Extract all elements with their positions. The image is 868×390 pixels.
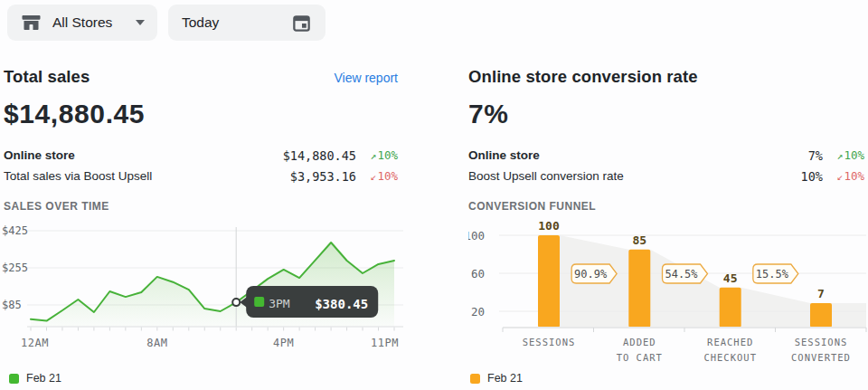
funnel-bar <box>720 288 741 328</box>
x-axis-label: SESSIONS <box>795 337 848 347</box>
bar-value-label: 7 <box>817 287 825 300</box>
metric-delta: ↙10% <box>823 169 864 183</box>
legend-swatch-green <box>9 374 19 384</box>
date-selector-label: Today <box>182 14 219 31</box>
conversion-badge-label: 90.9% <box>574 268 608 281</box>
metric-value: 10% <box>801 169 823 184</box>
delta-percent: 10% <box>377 169 398 183</box>
x-axis-label: ADDED <box>623 337 656 347</box>
sales-line-chart[interactable]: $425$255$8512AM8AM4PM11PM3PM$380.45 <box>0 217 416 362</box>
conversion-rate-value: 7% <box>468 99 864 129</box>
metric-row-boost-upsell: Total sales via Boost Upsell $3,953.16 ↙… <box>4 166 398 186</box>
metric-row-online-store: Online store $14,880.45 ↗10% <box>4 145 398 166</box>
total-sales-value: $14,880.45 <box>4 99 398 129</box>
x-axis-label: 11PM <box>371 337 399 349</box>
funnel-chart-legend: Feb 21 <box>470 372 523 385</box>
trend-up-icon: ↗ <box>836 149 843 162</box>
metric-value: $14,880.45 <box>283 148 356 163</box>
x-axis-label: CONVERTED <box>791 352 851 363</box>
tooltip-value: $380.45 <box>315 297 368 311</box>
metric-value: 7% <box>808 148 823 163</box>
conversion-badge-label: 15.5% <box>756 268 789 281</box>
chevron-down-icon <box>136 20 145 25</box>
total-sales-title: Total sales <box>4 67 90 87</box>
funnel-bar <box>810 303 832 328</box>
metric-label: Boost Upsell conversion rate <box>468 169 801 183</box>
calendar-icon <box>291 13 312 33</box>
store-selector-button[interactable]: All Stores <box>7 5 157 41</box>
metric-row-boost-upsell: Boost Upsell conversion rate 10% ↙10% <box>468 166 864 186</box>
x-axis-label: SESSIONS <box>523 337 576 347</box>
trend-down-icon: ↙ <box>370 170 376 183</box>
total-sales-header: Total sales View report <box>4 67 398 87</box>
sales-chart-legend: Feb 21 <box>9 372 61 385</box>
tooltip-series-swatch <box>254 297 264 307</box>
bar-value-label: 85 <box>632 233 646 247</box>
metric-delta: ↗10% <box>356 148 398 162</box>
metric-label: Total sales via Boost Upsell <box>4 169 290 183</box>
delta-percent: 10% <box>377 148 398 162</box>
view-report-link[interactable]: View report <box>334 71 398 85</box>
conversion-badge-label: 54.5% <box>665 268 698 281</box>
metric-label: Online store <box>468 148 808 162</box>
conversion-rate-card: Online store conversion rate 7% Online s… <box>468 67 864 186</box>
funnel-bar <box>628 250 650 328</box>
metric-delta: ↗10% <box>823 148 864 162</box>
y-axis-label: 60 <box>471 267 485 281</box>
total-sales-breakdown: Online store $14,880.45 ↗10% Total sales… <box>4 145 398 186</box>
x-axis-label: TO CART <box>617 352 663 363</box>
x-axis-label: CHECKOUT <box>703 352 757 363</box>
conversion-rate-header: Online store conversion rate <box>468 67 864 87</box>
y-axis-label: $255 <box>2 262 28 274</box>
legend-label: Feb 21 <box>487 372 523 385</box>
delta-percent: 10% <box>844 148 864 162</box>
metric-row-online-store: Online store 7% ↗10% <box>468 145 864 166</box>
x-axis-label: REACHED <box>707 337 753 347</box>
y-axis-label: 100 <box>468 229 485 243</box>
tooltip-time: 3PM <box>269 297 290 310</box>
date-selector-button[interactable]: Today <box>168 5 326 41</box>
hover-marker <box>232 299 240 306</box>
metric-label: Online store <box>4 148 283 162</box>
chart-tooltip: 3PM$380.45 <box>240 286 378 318</box>
conversion-rate-breakdown: Online store 7% ↗10% Boost Upsell conver… <box>468 145 864 186</box>
y-axis-label: $425 <box>2 224 28 237</box>
legend-label: Feb 21 <box>26 372 61 385</box>
store-selector-label: All Stores <box>52 14 112 31</box>
x-axis-label: 4PM <box>273 337 294 349</box>
y-axis-label: 20 <box>471 305 485 319</box>
funnel-bar <box>538 235 560 328</box>
delta-percent: 10% <box>844 169 864 183</box>
y-axis-label: $85 <box>2 299 22 311</box>
trend-up-icon: ↗ <box>370 149 376 162</box>
conversion-rate-title: Online store conversion rate <box>468 67 698 87</box>
sales-over-time-title: SALES OVER TIME <box>4 200 109 213</box>
bar-value-label: 45 <box>723 271 738 285</box>
store-icon <box>20 12 42 33</box>
trend-down-icon: ↙ <box>836 170 843 183</box>
metric-value: $3,953.16 <box>290 169 356 184</box>
bar-value-label: 100 <box>538 219 560 233</box>
x-axis-label: 12AM <box>21 337 49 349</box>
metric-delta: ↙10% <box>356 169 398 183</box>
analytics-dashboard: All Stores Today Total sales View report… <box>0 0 868 390</box>
x-axis-label: 8AM <box>146 337 167 349</box>
legend-swatch-orange <box>470 374 480 384</box>
conversion-funnel-chart[interactable]: 100602010085457SESSIONSADDEDTO CARTREACH… <box>468 217 868 371</box>
conversion-funnel-title: CONVERSION FUNNEL <box>468 200 596 213</box>
total-sales-card: Total sales View report $14,880.45 Onlin… <box>4 67 398 186</box>
